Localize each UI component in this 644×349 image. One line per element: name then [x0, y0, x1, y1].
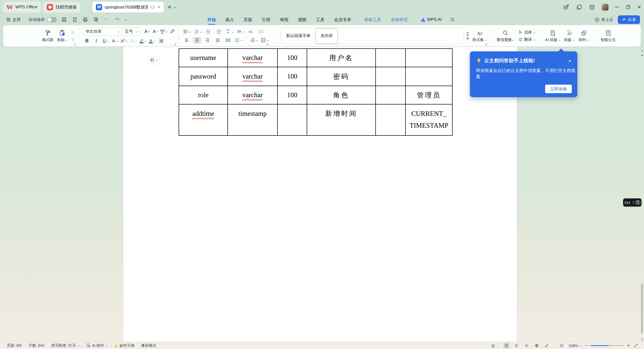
- file-menu-button[interactable]: 文件: [4, 17, 23, 23]
- decrease-indent-button[interactable]: [204, 28, 213, 35]
- ai-proofread[interactable]: AI 校对: [83, 343, 110, 348]
- shading-button[interactable]: [249, 37, 258, 44]
- compat-mode[interactable]: 兼容模式: [138, 343, 159, 348]
- align-center-button[interactable]: [193, 37, 201, 44]
- table-cell[interactable]: timestamp: [228, 104, 277, 135]
- export-pdf-button[interactable]: [72, 17, 77, 22]
- table-cell[interactable]: 100: [277, 67, 307, 86]
- cut-icon[interactable]: [71, 30, 76, 35]
- redo-button[interactable]: ↷: [115, 17, 120, 22]
- highlight-color-button[interactable]: [139, 38, 147, 45]
- print-preview-button[interactable]: [93, 17, 99, 22]
- workspace-cube-icon[interactable]: [589, 4, 595, 10]
- scrollbar-thumb[interactable]: [641, 284, 643, 334]
- numbered-list-button[interactable]: 123: [193, 28, 202, 35]
- font-color-button[interactable]: A: [148, 38, 156, 45]
- gallery-more-icon[interactable]: [466, 38, 469, 40]
- tab-tools[interactable]: 工具: [311, 14, 329, 25]
- tab-member[interactable]: 会员专享: [329, 14, 356, 25]
- page-view-button[interactable]: [503, 343, 510, 348]
- popup-cta-button[interactable]: 立即体验: [545, 85, 572, 93]
- select-button[interactable]: 选择: [518, 30, 535, 35]
- vertical-scrollbar[interactable]: [640, 47, 644, 342]
- table-cell[interactable]: [277, 104, 307, 135]
- tab-table-style[interactable]: 表格样式: [386, 14, 413, 25]
- avatar[interactable]: [602, 4, 609, 11]
- outline-view-button[interactable]: [513, 343, 520, 348]
- tab-wps-home[interactable]: W WPS Office: [3, 2, 41, 13]
- table-cell[interactable]: 用户名: [307, 49, 376, 67]
- strikethrough-button[interactable]: A: [111, 38, 119, 45]
- tab-home[interactable]: 开始: [203, 14, 221, 25]
- ime-indicator[interactable]: CH ☽ 简: [623, 198, 641, 206]
- align-left-button[interactable]: [183, 37, 191, 44]
- character-shading-button[interactable]: A: [157, 38, 166, 45]
- tab-docer[interactable]: 找稻壳模板: [43, 2, 80, 13]
- bullet-list-button[interactable]: [183, 28, 191, 35]
- table-cell[interactable]: 100: [277, 49, 307, 67]
- zoom-level[interactable]: 158%: [567, 343, 582, 348]
- windows-stack-icon[interactable]: [576, 4, 582, 10]
- print-button[interactable]: [83, 17, 88, 22]
- undo-button[interactable]: ↶: [104, 17, 110, 22]
- tab-document[interactable]: W springboot76388数据库文 ×: [92, 2, 164, 13]
- table-cell[interactable]: password: [179, 67, 228, 86]
- web-view-button[interactable]: [533, 343, 540, 348]
- table-cell[interactable]: varchar: [228, 67, 277, 86]
- dialog-launcher-icon[interactable]: [485, 43, 487, 45]
- arrange-button[interactable]: 排列: [577, 30, 591, 42]
- fit-page-button[interactable]: [558, 343, 565, 348]
- wrap-settings-button[interactable]: [236, 28, 245, 35]
- zoom-slider-knob[interactable]: [608, 344, 611, 347]
- scroll-next-page-icon[interactable]: [641, 337, 643, 340]
- share-button[interactable]: 分享: [618, 15, 640, 24]
- tab-view[interactable]: 视图: [293, 14, 311, 25]
- table-cell[interactable]: varchar: [228, 49, 277, 67]
- format-painter-button[interactable]: 格式刷: [41, 30, 55, 42]
- ai-typeset-button[interactable]: AI 排版: [544, 30, 562, 42]
- table-quick-button[interactable]: [147, 56, 159, 64]
- table-cell[interactable]: 密码: [307, 67, 376, 86]
- missing-font-warning[interactable]: 缺失字体: [111, 343, 138, 348]
- distribute-button[interactable]: [224, 37, 232, 44]
- new-tab-button[interactable]: +: [167, 3, 171, 11]
- table-cell[interactable]: [406, 49, 452, 67]
- tab-wps-ai[interactable]: WPS AI: [416, 14, 447, 25]
- tab-table-tools[interactable]: 表格工具: [359, 14, 386, 25]
- tab-list-chevron-icon[interactable]: [174, 6, 176, 8]
- increase-indent-button[interactable]: [215, 28, 223, 35]
- tab-close-icon[interactable]: ×: [157, 4, 160, 10]
- autosave-toggle[interactable]: [47, 17, 57, 22]
- style-table-content[interactable]: 表内容: [315, 28, 338, 44]
- play-view-button[interactable]: [523, 343, 530, 348]
- table-cell[interactable]: [376, 67, 406, 86]
- font-name-select[interactable]: 华文仿宋: [83, 28, 122, 36]
- tab-reference[interactable]: 引用: [257, 14, 275, 25]
- table-cell[interactable]: [376, 104, 406, 135]
- dialog-launcher-icon[interactable]: [174, 43, 176, 45]
- smart-doc-button[interactable]: 智能公文: [597, 30, 619, 42]
- gallery-scroll-down-icon[interactable]: [466, 35, 469, 36]
- dialog-launcher-icon[interactable]: [266, 43, 268, 45]
- table-cell[interactable]: username: [179, 49, 228, 67]
- eye-protect-button[interactable]: ◎: [490, 343, 496, 348]
- ai-assistant-icon[interactable]: [563, 4, 570, 10]
- translate-button[interactable]: A翻译: [518, 37, 535, 42]
- justify-button[interactable]: [214, 37, 222, 44]
- font-size-select[interactable]: 五号: [122, 28, 141, 36]
- increase-font-button[interactable]: A+: [143, 28, 151, 35]
- dialog-launcher-icon[interactable]: [74, 43, 76, 45]
- tab-insert[interactable]: 插入: [221, 14, 239, 25]
- more-quick-actions-chevron-icon[interactable]: [125, 18, 127, 21]
- autosave-control[interactable]: 自动保存: [29, 17, 57, 22]
- gallery-scroll-up-icon[interactable]: [466, 32, 469, 33]
- table-cell[interactable]: role: [179, 86, 228, 104]
- table-cell[interactable]: [406, 67, 452, 86]
- close-window-button[interactable]: ×: [637, 4, 641, 10]
- table-cell[interactable]: varchar: [228, 86, 277, 104]
- phonetic-guide-button[interactable]: wén文: [159, 28, 168, 35]
- sort-button[interactable]: A: [247, 28, 255, 35]
- character-scale-button[interactable]: A: [225, 28, 234, 35]
- scroll-prev-page-icon[interactable]: [641, 49, 643, 52]
- style-set-button[interactable]: A 样式集: [471, 30, 488, 42]
